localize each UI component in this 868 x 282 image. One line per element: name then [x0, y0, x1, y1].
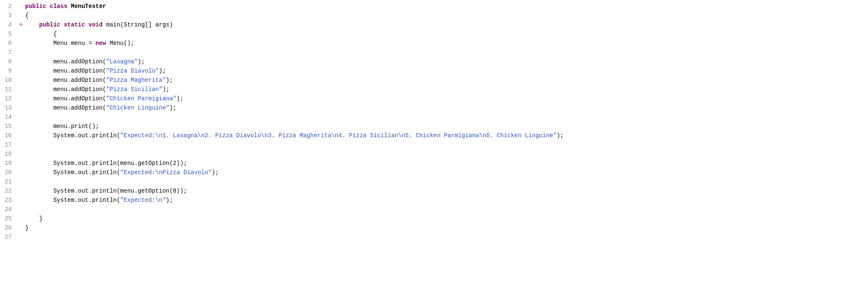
code-line: 17 — [0, 140, 868, 149]
code-line: 7 — [0, 48, 868, 57]
line-number: 19 — [0, 159, 17, 168]
code-line: 20 System.out.println("Expected:\nPizza … — [0, 168, 868, 177]
line-number: 11 — [0, 85, 17, 94]
line-content: { — [25, 11, 868, 20]
token-plain: { — [25, 31, 57, 37]
token-kw-public: public — [39, 21, 64, 28]
token-plain: menu.addOption( — [25, 68, 106, 74]
code-line: 8 menu.addOption("Lasagna"); — [0, 57, 868, 66]
line-content: { — [25, 29, 868, 39]
token-string-literal: "Lasagna" — [106, 58, 138, 65]
token-kw-public: public — [25, 3, 50, 10]
line-content: menu.addOption("Chicken Linguine"); — [25, 103, 868, 112]
line-number: 8 — [0, 57, 17, 66]
token-kw-new: new — [96, 40, 110, 47]
token-plain: ); — [212, 169, 219, 176]
line-content: menu.addOption("Pizza Magherita"); — [25, 76, 868, 85]
line-content: menu.print(); — [25, 122, 868, 131]
code-line: 16 System.out.println("Expected:\n1. Las… — [0, 131, 868, 140]
token-plain: ); — [163, 86, 170, 93]
code-line: 4⊖ public static void main(String[] args… — [0, 20, 868, 29]
token-plain: { — [25, 12, 28, 19]
line-number: 17 — [0, 140, 17, 149]
code-line: 12 menu.addOption("Chicken Parmigiana"); — [0, 94, 868, 103]
line-content: menu.addOption("Pizza Sicilian"); — [25, 85, 868, 94]
code-line: 10 menu.addOption("Pizza Magherita"); — [0, 76, 868, 85]
token-plain: menu.print(); — [25, 123, 99, 130]
line-number: 20 — [0, 168, 17, 177]
code-line: 18 — [0, 149, 868, 159]
code-line: 6 Menu menu = new Menu(); — [0, 39, 868, 48]
token-string-literal: "Chicken Parmigiana" — [106, 95, 176, 102]
line-number: 2 — [0, 2, 17, 11]
token-plain: System.out.println( — [25, 197, 120, 204]
code-line: 21 — [0, 177, 868, 186]
line-content: System.out.println(menu.getOption(8)); — [25, 186, 868, 196]
line-number: 18 — [0, 149, 17, 159]
token-kw-void: void — [88, 21, 106, 28]
token-string-literal: "Pizza Diavolo" — [106, 68, 159, 74]
code-line: 11 menu.addOption("Pizza Sicilian"); — [0, 85, 868, 94]
line-content — [25, 140, 868, 149]
line-content: public class MenuTester — [25, 2, 868, 11]
code-line: 24 — [0, 205, 868, 214]
line-number: 14 — [0, 112, 17, 122]
code-line: 26} — [0, 223, 868, 232]
line-number: 10 — [0, 76, 17, 85]
line-number: 13 — [0, 103, 17, 112]
line-number: 21 — [0, 177, 17, 186]
code-line: 3{ — [0, 11, 868, 20]
token-plain: main(String[] args) — [106, 21, 173, 28]
line-content: System.out.println("Expected:\n1. Lasagn… — [25, 131, 868, 140]
token-kw-class: class — [50, 3, 71, 10]
token-plain: ); — [159, 68, 166, 74]
line-content: System.out.println(menu.getOption(2)); — [25, 159, 868, 168]
line-content: System.out.println("Expected:\n"); — [25, 196, 868, 205]
token-kw-static: static — [64, 21, 88, 28]
line-content — [25, 112, 868, 122]
code-line: 15 menu.print(); — [0, 122, 868, 131]
line-number: 9 — [0, 66, 17, 76]
code-line: 19 System.out.println(menu.getOption(2))… — [0, 159, 868, 168]
line-number: 6 — [0, 39, 17, 48]
code-line: 13 menu.addOption("Chicken Linguine"); — [0, 103, 868, 112]
line-number: 25 — [0, 214, 17, 223]
code-line: 27 — [0, 232, 868, 242]
line-number: 3 — [0, 11, 17, 20]
code-line: 23 System.out.println("Expected:\n"); — [0, 196, 868, 205]
token-plain: menu.addOption( — [25, 86, 106, 93]
token-plain: ); — [138, 58, 145, 65]
token-plain — [25, 21, 39, 28]
code-line: 9 menu.addOption("Pizza Diavolo"); — [0, 66, 868, 76]
line-content — [25, 232, 868, 242]
token-plain: ); — [557, 132, 564, 139]
code-line: 25 } — [0, 214, 868, 223]
code-line: 14 — [0, 112, 868, 122]
line-content — [25, 205, 868, 214]
line-content: menu.addOption("Lasagna"); — [25, 57, 868, 66]
token-plain: } — [25, 215, 43, 222]
line-content: Menu menu = new Menu(); — [25, 39, 868, 48]
line-content: menu.addOption("Chicken Parmigiana"); — [25, 94, 868, 103]
line-content — [25, 149, 868, 159]
token-plain: menu.addOption( — [25, 104, 106, 111]
token-plain: Menu menu = — [25, 40, 96, 47]
line-number: 5 — [0, 29, 17, 39]
code-line: 2public class MenuTester — [0, 2, 868, 11]
line-number: 27 — [0, 232, 17, 242]
line-number: 16 — [0, 131, 17, 140]
gutter-icon[interactable]: ⊖ — [17, 20, 25, 29]
line-number: 26 — [0, 223, 17, 232]
token-string-literal: "Expected:\n" — [120, 197, 166, 204]
token-plain: System.out.println( — [25, 169, 120, 176]
line-content — [25, 48, 868, 57]
line-number: 22 — [0, 186, 17, 196]
token-plain: ); — [176, 95, 183, 102]
line-number: 24 — [0, 205, 17, 214]
line-content: System.out.println("Expected:\nPizza Dia… — [25, 168, 868, 177]
token-plain: menu.addOption( — [25, 95, 106, 102]
token-plain: ); — [166, 77, 173, 84]
token-plain: ); — [166, 197, 173, 204]
token-plain: menu.addOption( — [25, 58, 106, 65]
line-number: 12 — [0, 94, 17, 103]
